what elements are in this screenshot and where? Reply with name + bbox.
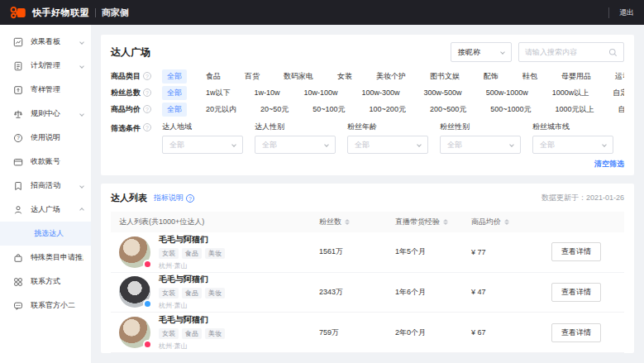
filter-option[interactable]: 食品 [201, 69, 226, 84]
fan-gender-select[interactable]: 全部 [440, 136, 521, 154]
filter-option[interactable]: 女装 [332, 69, 357, 84]
list-title: 达人列表 [111, 192, 147, 204]
filter-option[interactable]: 配饰 [479, 69, 503, 84]
avg-price: ¥ 77 [471, 248, 551, 256]
filter-option[interactable]: 全部 [162, 69, 187, 84]
view-detail-button[interactable]: 查看详情 [551, 323, 601, 342]
filter-option[interactable]: 500w-1000w [481, 87, 533, 98]
filter-option[interactable]: 10w-100w [299, 87, 343, 98]
avg-price: ¥ 47 [471, 288, 551, 296]
filter-option[interactable]: 20~50元 [255, 103, 293, 117]
sidebar-item-samples[interactable]: 寄样管理 [0, 78, 91, 102]
sidebar-sublabel: 挑选达人 [34, 228, 64, 239]
chevron-down-icon [79, 184, 84, 189]
filter-option[interactable]: 500~1000元 [485, 103, 536, 117]
logout-button[interactable]: 退出 [608, 7, 634, 18]
filter-option[interactable]: 1w以下 [201, 86, 236, 100]
topbar: 快手好物联盟 商家侧 退出 [0, 0, 644, 25]
filter-group-creator-gender: 达人性别 全部 [255, 122, 336, 154]
sidebar-item-rules[interactable]: 规则中心 [0, 102, 91, 126]
filter-option[interactable]: 20元以内 [201, 103, 241, 117]
brand-name: 快手好物联盟 [32, 7, 89, 19]
category-tag: 食品 [182, 288, 202, 299]
question-circle-icon [143, 88, 151, 97]
creator-name: 毛毛与阿猫们 [159, 314, 225, 326]
filter-option[interactable]: 美妆个护 [371, 69, 411, 84]
metric-help-link[interactable]: 指标说明 [154, 193, 194, 203]
avg-price: ¥ 67 [471, 328, 551, 337]
search-mode-select[interactable]: 接昵称 [451, 42, 512, 62]
search-input[interactable] [525, 48, 608, 56]
column-price-sort[interactable]: 商品均价 [471, 217, 551, 227]
help-icon: ? [13, 133, 23, 143]
filter-option[interactable]: 全部 [162, 86, 187, 100]
filter-row-fans: 粉丝总数 全部 1w以下 1w-10w 10w-100w 100w-300w 3… [111, 84, 624, 101]
sidebar-item-payment-account[interactable]: 收款账号 [0, 150, 91, 174]
sidebar-item-special-category[interactable]: 特殊类目申请推广 [0, 246, 91, 270]
category-tag: 女装 [159, 328, 179, 339]
filter-option[interactable]: 1000w以上 [547, 86, 594, 100]
filter-option[interactable]: 50~100元 [308, 103, 350, 117]
column-experience-sort[interactable]: 直播带货经验 [395, 217, 471, 227]
sidebar-item-contact[interactable]: 联系方式 [0, 270, 91, 294]
sidebar-item-activities[interactable]: 招商活动 [0, 174, 91, 198]
filter-option[interactable]: 全部 [162, 103, 187, 117]
sidebar-subitem-pick-creators[interactable]: 挑选达人 [0, 222, 91, 246]
filter-option[interactable]: 100w-300w [357, 87, 405, 98]
sort-icon [504, 219, 509, 225]
fan-city-tier-select[interactable]: 全部 [532, 136, 613, 154]
filter-option[interactable]: 1000元以上 [550, 103, 599, 117]
creator-gender-select[interactable]: 全部 [255, 136, 336, 154]
fans-count: 759万 [319, 327, 395, 338]
sort-icon [345, 219, 350, 225]
clear-filters-link[interactable]: 清空筛选 [594, 160, 624, 168]
view-detail-button[interactable]: 查看详情 [551, 283, 601, 302]
filter-option[interactable]: 自定义 [608, 86, 624, 100]
column-fans-sort[interactable]: 粉丝数 [319, 217, 395, 227]
fans-count: 2343万 [319, 287, 395, 298]
category-tag: 美妆 [205, 328, 225, 339]
filter-option[interactable]: 母婴用品 [556, 69, 596, 84]
filter-group-fan-gender: 粉丝性别 全部 [440, 122, 521, 154]
filter-option[interactable]: 300w-500w [419, 87, 467, 98]
filter-row-price: 商品均价 全部 20元以内 20~50元 50~100元 100~200元 20… [111, 101, 624, 117]
sidebar-label: 联系方式 [31, 276, 83, 287]
category-tag: 食品 [182, 328, 202, 339]
filter-option[interactable]: 100~200元 [365, 103, 411, 117]
filter-option[interactable]: 数码家电 [279, 69, 318, 84]
sidebar-item-creator-plaza[interactable]: 达人广场 [0, 198, 91, 222]
fans-count: 1561万 [319, 246, 395, 257]
fan-age-select[interactable]: 全部 [347, 136, 428, 154]
sidebar: 效果看板 计划管理 寄样管理 规则中心 ? 使用说明 收款账号 招商活动 [0, 25, 91, 363]
filter-row-category: 商品类目 全部 食品 百货 数码家电 女装 美妆个护 图书文娱 配饰 鞋包 母婴… [111, 68, 624, 84]
chevron-down-icon [509, 142, 514, 147]
brand-divider [95, 8, 96, 17]
filter-option[interactable]: 运动 [610, 69, 624, 84]
creator-name: 毛毛与阿猫们 [159, 274, 225, 285]
filter-option[interactable]: 200~500元 [425, 103, 471, 117]
view-detail-button[interactable]: 查看详情 [551, 242, 601, 261]
sidebar-label: 寄样管理 [31, 84, 83, 95]
filter-option[interactable]: 自定义 [613, 103, 624, 117]
question-circle-icon [143, 72, 151, 80]
filter-option[interactable]: 鞋包 [518, 69, 542, 84]
region-select[interactable]: 全部 [162, 136, 243, 154]
sidebar-item-plans[interactable]: 计划管理 [0, 54, 91, 78]
group-label: 粉丝年龄 [347, 122, 428, 132]
filter-option[interactable]: 图书文娱 [425, 69, 465, 84]
filter-option[interactable]: 百货 [240, 69, 265, 84]
filter-label: 商品类目 [111, 71, 162, 82]
sidebar-item-dashboard[interactable]: 效果看板 [0, 30, 91, 54]
chevron-down-icon [417, 142, 422, 147]
live-experience: 1年6个月 [395, 287, 471, 298]
question-circle-icon [143, 105, 151, 113]
filter-option[interactable]: 1w-10w [250, 87, 285, 98]
verified-badge-icon [143, 340, 152, 349]
chevron-down-icon [500, 50, 505, 55]
plan-icon [13, 61, 23, 71]
question-circle-icon [143, 123, 151, 131]
svg-text:?: ? [17, 135, 20, 141]
sidebar-item-official-support[interactable]: 联系官方小二 [0, 294, 91, 318]
sidebar-item-help[interactable]: ? 使用说明 [0, 126, 91, 150]
creator-name: 毛毛与阿猫们 [159, 234, 225, 246]
